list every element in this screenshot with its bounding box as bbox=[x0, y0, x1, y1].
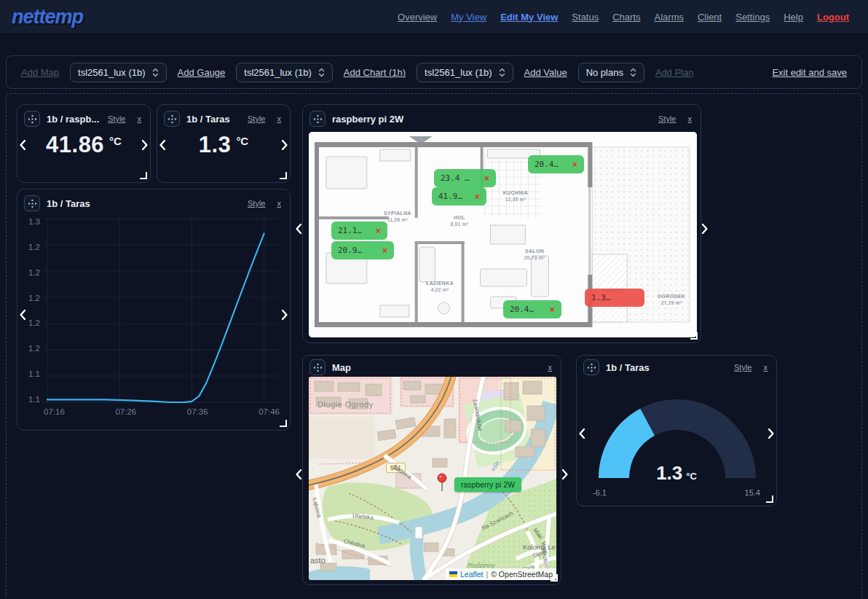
next-arrow[interactable] bbox=[768, 428, 774, 439]
nav-my-view[interactable]: My View bbox=[451, 12, 486, 23]
next-arrow[interactable] bbox=[282, 140, 288, 150]
marker-tooltip[interactable]: raspberry pi 2W bbox=[454, 477, 521, 492]
resize-handle[interactable] bbox=[766, 496, 773, 503]
sensor-badge-alarm[interactable]: 1.3… bbox=[585, 289, 644, 307]
chart-x-axis: 07:1607:2607:3607:46 bbox=[44, 407, 280, 416]
remove-sensor-icon[interactable]: × bbox=[382, 246, 387, 256]
widget-title: 1b / Taras bbox=[47, 198, 90, 209]
add-gauge-link[interactable]: Add Gauge bbox=[178, 67, 226, 78]
nav-alarms[interactable]: Alarms bbox=[655, 12, 684, 23]
close-widget-link[interactable]: x bbox=[277, 199, 282, 208]
gauge-sensor-select[interactable]: tsl2561_lux (1b) bbox=[236, 63, 333, 82]
exit-edit-save-link[interactable]: Exit edit and save bbox=[772, 67, 847, 78]
nav-logout[interactable]: Logout bbox=[817, 12, 849, 23]
widget-title: 1b / Taras bbox=[606, 362, 650, 373]
prev-arrow[interactable] bbox=[296, 224, 301, 234]
y-tick-label: 1.3 bbox=[28, 217, 40, 226]
dashboard-edit-area: 1b / raspb... Style x 41.86 °C 1b / Tara… bbox=[6, 93, 862, 599]
app-logo: nettemp bbox=[12, 6, 83, 28]
add-value-link[interactable]: Add Value bbox=[524, 67, 567, 78]
gauge-min-label: -6.1 bbox=[593, 488, 607, 497]
map-marker-pin[interactable] bbox=[437, 473, 447, 496]
sensor-badge[interactable]: 23.4 … × bbox=[434, 169, 496, 187]
resize-handle[interactable] bbox=[140, 172, 147, 179]
drag-handle-icon[interactable] bbox=[164, 111, 180, 127]
map-widget: Map x bbox=[302, 355, 561, 585]
prev-arrow[interactable] bbox=[20, 140, 25, 150]
next-arrow[interactable] bbox=[142, 140, 148, 150]
close-widget-link[interactable]: x bbox=[764, 363, 768, 372]
sensor-badge[interactable]: 20.4… × bbox=[503, 300, 561, 318]
map-sensor-select[interactable]: tsl2561_lux (1b) bbox=[70, 63, 167, 82]
gauge-unit: °C bbox=[686, 471, 697, 482]
nav-charts[interactable]: Charts bbox=[612, 12, 640, 23]
chart-sensor-select[interactable]: tsl2561_lux (1b) bbox=[417, 63, 513, 82]
y-tick-label: 1.2 bbox=[28, 268, 40, 277]
close-widget-link[interactable]: x bbox=[548, 363, 553, 372]
drag-handle-icon[interactable] bbox=[309, 359, 326, 375]
style-link[interactable]: Style bbox=[658, 114, 676, 123]
remove-sensor-icon[interactable]: × bbox=[572, 160, 577, 170]
widget-title: Map bbox=[332, 362, 351, 373]
close-widget-link[interactable]: x bbox=[688, 114, 693, 123]
remove-sensor-icon[interactable]: × bbox=[550, 305, 555, 315]
x-tick-label: 07:16 bbox=[44, 407, 65, 416]
y-tick-label: 1.1 bbox=[28, 369, 40, 378]
edit-toolbar: Add Map tsl2561_lux (1b) Add Gauge tsl25… bbox=[6, 55, 862, 89]
y-tick-label: 1.2 bbox=[28, 243, 40, 251]
nav-client[interactable]: Client bbox=[698, 12, 722, 23]
nav-overview[interactable]: Overview bbox=[398, 12, 437, 23]
remove-sensor-icon[interactable]: × bbox=[376, 226, 381, 236]
nav-status[interactable]: Status bbox=[572, 12, 599, 23]
room-label: HOL8,01 m² bbox=[451, 215, 469, 227]
sensor-badge[interactable]: 20.9… × bbox=[331, 241, 394, 259]
prev-arrow[interactable] bbox=[159, 140, 165, 150]
sensor-value: 1.3 bbox=[199, 133, 232, 156]
map-place-label: Długie Ogrody bbox=[317, 400, 374, 409]
next-arrow[interactable] bbox=[562, 469, 568, 479]
sensor-badge[interactable]: 41.9… × bbox=[432, 187, 486, 205]
x-tick-label: 07:46 bbox=[259, 407, 280, 416]
widget-title: 1b / Taras bbox=[186, 114, 230, 125]
style-link[interactable]: Style bbox=[248, 114, 265, 123]
sensor-badge[interactable]: 21.1… × bbox=[331, 222, 387, 240]
style-link[interactable]: Style bbox=[248, 199, 265, 208]
drag-handle-icon[interactable] bbox=[309, 111, 326, 127]
prev-arrow[interactable] bbox=[296, 469, 301, 479]
next-arrow[interactable] bbox=[702, 224, 708, 234]
drag-handle-icon[interactable] bbox=[24, 111, 40, 127]
leaflet-map[interactable]: Długie Ogrody 501 Sadowa Zawodników Łąko… bbox=[309, 377, 556, 580]
add-plan-link[interactable]: Add Plan bbox=[655, 67, 694, 78]
style-link[interactable]: Style bbox=[734, 363, 751, 372]
prev-arrow[interactable] bbox=[579, 428, 585, 439]
resize-handle[interactable] bbox=[280, 172, 287, 179]
resize-handle[interactable] bbox=[690, 332, 698, 340]
next-arrow[interactable] bbox=[282, 310, 288, 320]
prev-arrow[interactable] bbox=[20, 310, 25, 320]
plan-select[interactable]: No plans bbox=[578, 63, 644, 82]
x-tick-label: 07:26 bbox=[115, 407, 136, 416]
floorplan-widget: raspberry pi 2W Style x bbox=[302, 104, 701, 343]
sensor-badge[interactable]: 20.4… × bbox=[528, 155, 584, 173]
style-link[interactable]: Style bbox=[108, 114, 125, 123]
close-widget-link[interactable]: x bbox=[277, 114, 282, 123]
leaflet-link[interactable]: Leaflet bbox=[460, 570, 484, 579]
osm-credit: © OpenStreetMap bbox=[491, 570, 553, 579]
map-attribution: Leaflet | © OpenStreetMap bbox=[446, 568, 556, 580]
y-tick-label: 1.2 bbox=[28, 344, 40, 353]
sensor-unit: °C bbox=[109, 135, 122, 147]
drag-handle-icon[interactable] bbox=[583, 359, 599, 375]
remove-sensor-icon[interactable]: × bbox=[484, 173, 489, 184]
sensor-unit: °C bbox=[236, 135, 248, 147]
add-chart-link[interactable]: Add Chart (1h) bbox=[344, 67, 406, 78]
nav-help[interactable]: Help bbox=[784, 12, 803, 23]
resize-handle[interactable] bbox=[551, 574, 558, 582]
resize-handle[interactable] bbox=[280, 420, 287, 427]
add-map-link[interactable]: Add Map bbox=[21, 67, 59, 78]
drag-handle-icon[interactable] bbox=[24, 195, 40, 211]
close-widget-link[interactable]: x bbox=[138, 114, 142, 123]
nav-edit-my-view[interactable]: Edit My View bbox=[500, 12, 558, 23]
remove-sensor-icon[interactable]: × bbox=[475, 192, 480, 202]
nav-settings[interactable]: Settings bbox=[735, 12, 770, 23]
select-updown-icon bbox=[499, 68, 505, 77]
